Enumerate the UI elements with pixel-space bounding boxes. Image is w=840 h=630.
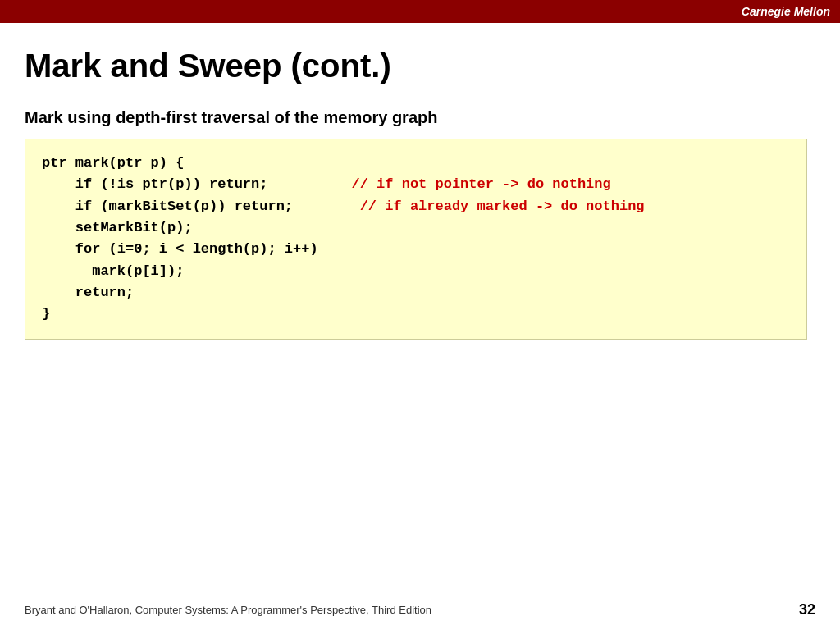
code-text-black-2: if (!is_ptr(p)) return; <box>42 174 351 195</box>
code-text-black-1: ptr mark(ptr p) { <box>42 153 184 174</box>
code-line-7: return; <box>42 282 790 304</box>
code-line-4: setMarkBit(p); <box>42 217 790 239</box>
code-line-1: ptr mark(ptr p) { <box>42 153 790 174</box>
footer-citation: Bryant and O'Hallaron, Computer Systems:… <box>25 604 431 616</box>
code-text-black-3: if (markBitSet(p)) return; <box>42 196 360 217</box>
code-text-black-4: setMarkBit(p); <box>42 217 193 239</box>
carnegie-mellon-logo: Carnegie Mellon <box>742 5 830 18</box>
code-line-2: if (!is_ptr(p)) return; // if not pointe… <box>42 174 790 195</box>
code-line-5: for (i=0; i < length(p); i++) <box>42 239 790 260</box>
slide-title: Mark and Sweep (cont.) <box>25 48 807 84</box>
code-text-red-3: // if already marked -> do nothing <box>360 196 645 217</box>
code-text-black-6: mark(p[i]); <box>42 261 184 282</box>
slide-subtitle: Mark using depth-first traversal of the … <box>25 108 807 127</box>
code-line-3: if (markBitSet(p)) return; // if already… <box>42 196 790 217</box>
footer: Bryant and O'Hallaron, Computer Systems:… <box>0 601 840 619</box>
code-text-red-2: // if not pointer -> do nothing <box>351 174 610 195</box>
code-line-8: } <box>42 304 790 325</box>
main-content: Mark and Sweep (cont.) Mark using depth-… <box>0 23 840 372</box>
top-bar: Carnegie Mellon <box>0 0 840 23</box>
code-line-6: mark(p[i]); <box>42 261 790 282</box>
code-block: ptr mark(ptr p) { if (!is_ptr(p)) return… <box>25 139 807 340</box>
code-text-black-8: } <box>42 304 50 325</box>
footer-page-number: 32 <box>799 601 815 619</box>
code-text-black-7: return; <box>42 282 134 304</box>
code-text-black-5: for (i=0; i < length(p); i++) <box>42 239 318 260</box>
